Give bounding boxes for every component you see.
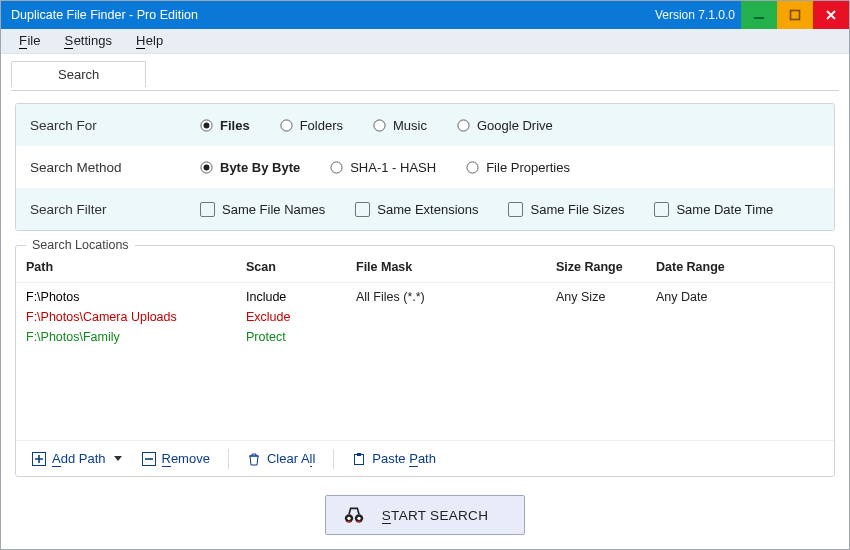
col-file-mask[interactable]: File Mask xyxy=(356,260,556,274)
svg-point-6 xyxy=(458,119,469,130)
cell-mask: All Files (*.*) xyxy=(356,290,556,304)
add-path-button[interactable]: Add Path xyxy=(24,447,130,470)
close-button[interactable] xyxy=(813,1,849,29)
svg-point-9 xyxy=(331,161,342,172)
clipboard-icon xyxy=(352,452,366,466)
checkbox-icon xyxy=(508,202,523,217)
radio-byte-by-byte[interactable]: Byte By Byte xyxy=(200,160,300,175)
checkbox-icon xyxy=(200,202,215,217)
maximize-button[interactable] xyxy=(777,1,813,29)
col-size-range[interactable]: Size Range xyxy=(556,260,656,274)
radio-files-label: Files xyxy=(220,118,250,133)
tab-search[interactable]: Search xyxy=(11,61,146,87)
close-icon xyxy=(825,9,837,21)
cell-scan: Exclude xyxy=(246,310,356,324)
svg-rect-1 xyxy=(791,11,800,20)
svg-point-3 xyxy=(204,122,210,128)
clear-all-button[interactable]: Clear All xyxy=(239,447,323,470)
radio-sha1-label: SHA-1 - HASH xyxy=(350,160,436,175)
row-search-for: Search For Files Folders Music xyxy=(16,104,834,146)
locations-list[interactable]: F:\PhotosIncludeAll Files (*.*)Any SizeA… xyxy=(16,283,834,440)
row-search-filter: Search Filter Same File Names Same Exten… xyxy=(16,188,834,230)
menu-help[interactable]: Help xyxy=(126,30,173,52)
maximize-icon xyxy=(789,9,801,21)
radio-icon xyxy=(457,119,470,132)
radio-folders[interactable]: Folders xyxy=(280,118,343,133)
checkbox-icon xyxy=(654,202,669,217)
tab-strip: Search xyxy=(1,54,849,90)
toolbar-separator xyxy=(228,449,229,469)
row-search-method: Search Method Byte By Byte SHA-1 - HASH … xyxy=(16,146,834,188)
minus-icon xyxy=(142,452,156,466)
locations-header: Path Scan File Mask Size Range Date Rang… xyxy=(16,252,834,283)
radio-music-label: Music xyxy=(393,118,427,133)
binoculars-icon xyxy=(344,506,364,524)
plus-icon xyxy=(32,452,46,466)
options-panel: Search For Files Folders Music xyxy=(15,103,835,231)
col-scan[interactable]: Scan xyxy=(246,260,356,274)
svg-point-5 xyxy=(374,119,385,130)
radio-icon xyxy=(330,161,343,174)
version-label: Version 7.1.0.0 xyxy=(655,8,735,22)
table-row[interactable]: F:\Photos\Camera UploadsExclude xyxy=(26,307,824,327)
radio-file-properties[interactable]: File Properties xyxy=(466,160,570,175)
radio-sha1[interactable]: SHA-1 - HASH xyxy=(330,160,436,175)
svg-rect-0 xyxy=(754,17,764,19)
paste-path-button[interactable]: Paste Path xyxy=(344,447,444,470)
radio-files[interactable]: Files xyxy=(200,118,250,133)
start-search-button[interactable]: START SEARCH xyxy=(325,495,525,535)
radio-gdrive-label: Google Drive xyxy=(477,118,553,133)
search-locations-legend: Search Locations xyxy=(26,238,135,252)
label-search-for: Search For xyxy=(16,118,200,133)
title-bar: Duplicate File Finder - Pro Edition Vers… xyxy=(1,1,849,29)
minimize-button[interactable] xyxy=(741,1,777,29)
cell-scan: Protect xyxy=(246,330,356,344)
check-same-file-names[interactable]: Same File Names xyxy=(200,202,325,217)
start-search-container: START SEARCH xyxy=(15,477,835,535)
svg-rect-19 xyxy=(347,521,350,523)
radio-icon xyxy=(200,119,213,132)
check-same-date-time[interactable]: Same Date Time xyxy=(654,202,773,217)
app-window: Duplicate File Finder - Pro Edition Vers… xyxy=(0,0,850,550)
trash-icon xyxy=(247,452,261,466)
cell-path: F:\Photos xyxy=(26,290,246,304)
app-title: Duplicate File Finder - Pro Edition xyxy=(11,8,198,22)
svg-point-4 xyxy=(281,119,292,130)
check-same-extensions[interactable]: Same Extensions xyxy=(355,202,478,217)
remove-button[interactable]: Remove xyxy=(134,447,218,470)
cell-path: F:\Photos\Family xyxy=(26,330,246,344)
chevron-down-icon xyxy=(114,456,122,462)
table-row[interactable]: F:\PhotosIncludeAll Files (*.*)Any SizeA… xyxy=(26,287,824,307)
svg-point-8 xyxy=(204,164,210,170)
locations-toolbar: Add Path Remove Clear All Paste Path xyxy=(16,440,834,476)
menu-bar: File Settings Help xyxy=(1,29,849,54)
label-search-filter: Search Filter xyxy=(16,202,200,217)
radio-icon xyxy=(280,119,293,132)
radio-icon xyxy=(200,161,213,174)
svg-rect-14 xyxy=(357,453,361,456)
content: Search For Files Folders Music xyxy=(1,91,849,549)
toolbar-separator xyxy=(333,449,334,469)
col-path[interactable]: Path xyxy=(26,260,246,274)
label-search-method: Search Method xyxy=(16,160,200,175)
radio-icon xyxy=(373,119,386,132)
col-date-range[interactable]: Date Range xyxy=(656,260,824,274)
checkbox-icon xyxy=(355,202,370,217)
radio-folders-label: Folders xyxy=(300,118,343,133)
radio-google-drive[interactable]: Google Drive xyxy=(457,118,553,133)
svg-point-10 xyxy=(467,161,478,172)
radio-icon xyxy=(466,161,479,174)
check-same-file-sizes[interactable]: Same File Sizes xyxy=(508,202,624,217)
minimize-icon xyxy=(753,9,765,21)
table-row[interactable]: F:\Photos\FamilyProtect xyxy=(26,327,824,347)
svg-rect-20 xyxy=(357,521,360,523)
svg-point-17 xyxy=(347,517,350,520)
menu-file[interactable]: File xyxy=(9,30,50,52)
menu-settings[interactable]: Settings xyxy=(54,30,121,52)
radio-music[interactable]: Music xyxy=(373,118,427,133)
cell-size: Any Size xyxy=(556,290,656,304)
radio-fileprops-label: File Properties xyxy=(486,160,570,175)
search-locations: Search Locations Path Scan File Mask Siz… xyxy=(15,245,835,477)
cell-date: Any Date xyxy=(656,290,824,304)
radio-byte-label: Byte By Byte xyxy=(220,160,300,175)
